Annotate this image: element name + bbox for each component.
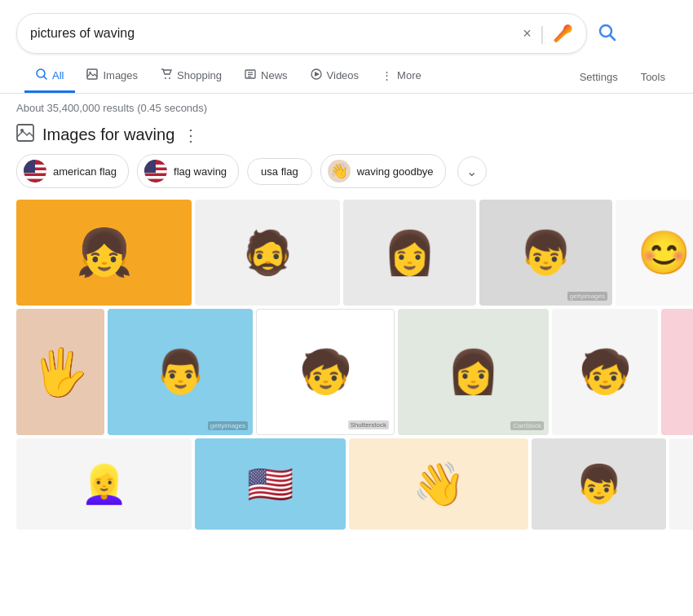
image-item-cartoon-emoji[interactable]: 😊 xyxy=(616,200,693,306)
chip-usa-flag-label: usa flag xyxy=(261,165,298,178)
svg-rect-24 xyxy=(144,176,167,179)
mic-icon[interactable]: 🎤 xyxy=(553,24,573,43)
image-placeholder-icon: 🇺🇸 xyxy=(247,462,294,506)
search-icon xyxy=(597,22,616,42)
image-item-boy-gray[interactable]: 👦 gettyimages xyxy=(479,200,612,306)
chips-dropdown-button[interactable]: ⌄ xyxy=(457,156,487,186)
chip-american-flag-label: american flag xyxy=(53,165,117,178)
chip-american-flag-img xyxy=(24,160,46,183)
image-item-group-cartoon[interactable]: 👨‍👩‍👧 xyxy=(661,309,693,435)
videos-tab-icon xyxy=(311,68,322,82)
image-chips: american flag flag waving usa flag 👋 wav… xyxy=(0,154,693,200)
chevron-down-icon: ⌄ xyxy=(466,164,477,179)
watermark: gettyimages xyxy=(567,292,607,301)
nav-right: Settings Tools xyxy=(568,63,677,91)
search-box: × | 🎤 xyxy=(16,13,587,54)
tools-link[interactable]: Tools xyxy=(629,63,677,91)
chip-american-flag[interactable]: american flag xyxy=(16,154,129,188)
svg-marker-13 xyxy=(315,72,320,77)
image-placeholder-icon: 🧔 xyxy=(241,228,294,278)
watermark-shutterstock: Shutterstock xyxy=(348,420,389,429)
image-placeholder-icon: 👋 xyxy=(413,460,466,509)
clear-icon[interactable]: × xyxy=(523,25,532,42)
tab-more[interactable]: ⋮ More xyxy=(370,61,433,92)
image-header-icon xyxy=(16,124,34,146)
svg-rect-19 xyxy=(24,176,46,179)
chip-flag-waving-label: flag waving xyxy=(174,165,227,178)
settings-link[interactable]: Settings xyxy=(568,63,629,91)
image-placeholder-icon: 🧒 xyxy=(299,347,352,397)
shopping-tab-icon xyxy=(161,68,172,82)
images-header: Images for waving ⋮ xyxy=(0,119,693,154)
image-grid-row-2: 🖐 👨 gettyimages 🧒 Shutterstock 👩 CanStoc… xyxy=(0,309,693,435)
tab-images[interactable]: Images xyxy=(75,60,149,93)
chip-flag-waving-img xyxy=(144,160,167,183)
image-item-woman-silhouette[interactable]: 🧍‍♀️ xyxy=(669,438,693,530)
svg-point-6 xyxy=(165,77,166,79)
svg-line-1 xyxy=(611,35,616,40)
tab-news-label: News xyxy=(261,69,288,81)
image-item-boy-backpack[interactable]: 🧒 xyxy=(552,309,658,435)
more-vert-icon[interactable]: ⋮ xyxy=(183,125,199,145)
image-item-cartoon-boy[interactable]: 🧒 Shutterstock xyxy=(256,309,395,435)
tab-news[interactable]: News xyxy=(233,60,299,93)
tab-videos-label: Videos xyxy=(327,69,360,81)
image-placeholder-icon: 🖐 xyxy=(32,345,89,399)
search-bar-area: × | 🎤 xyxy=(0,0,693,54)
divider: | xyxy=(540,22,545,45)
image-item-woman-green[interactable]: 👩 CanStock xyxy=(398,309,549,435)
svg-line-3 xyxy=(44,77,47,80)
tab-videos[interactable]: Videos xyxy=(299,60,371,93)
image-grid-row-1: 👧 🧔 👩 👦 gettyimages 😊 xyxy=(0,200,693,306)
image-placeholder-icon: 🧒 xyxy=(579,347,632,397)
image-placeholder-icon: 👦 xyxy=(576,462,622,506)
image-placeholder-icon: 👩 xyxy=(383,228,436,278)
image-item-flag-sky[interactable]: 🇺🇸 xyxy=(195,438,346,530)
image-grid-row-3: 👱‍♀️ 🇺🇸 👋 👦 🧍‍♀️ xyxy=(0,438,693,538)
tab-all[interactable]: All xyxy=(24,60,75,93)
image-item-woman-blue[interactable]: 👩 xyxy=(343,200,476,306)
search-input[interactable] xyxy=(30,26,523,41)
tab-shopping-label: Shopping xyxy=(177,69,222,81)
more-tab-icon: ⋮ xyxy=(382,69,392,81)
images-header-title: Images for waving xyxy=(42,125,174,144)
image-placeholder-icon: 👦 xyxy=(519,228,572,278)
all-tab-icon xyxy=(36,68,47,82)
search-icons: × | 🎤 xyxy=(523,22,573,45)
image-placeholder-icon: 👱‍♀️ xyxy=(81,462,127,506)
image-placeholder-icon: 👨 xyxy=(154,347,207,397)
image-item-kid-waving[interactable]: 👦 xyxy=(532,438,666,530)
tab-images-label: Images xyxy=(103,69,138,81)
chip-waving-goodbye[interactable]: 👋 waving goodbye xyxy=(320,154,446,188)
image-placeholder-icon: 😊 xyxy=(638,228,691,278)
svg-point-7 xyxy=(169,77,170,79)
results-info: About 35,400,000 results (0.45 seconds) xyxy=(0,94,693,119)
image-item-man-blue-shirt[interactable]: 👨 gettyimages xyxy=(108,309,253,435)
image-placeholder-icon: 👧 xyxy=(76,226,133,279)
image-item-man-white[interactable]: 🧔 xyxy=(195,200,340,306)
chip-flag-waving[interactable]: flag waving xyxy=(137,154,239,188)
tab-more-label: More xyxy=(397,69,422,81)
image-item-wave-emoji[interactable]: 👋 xyxy=(349,438,528,530)
images-tab-icon xyxy=(86,68,98,82)
watermark: CanStock xyxy=(510,421,544,430)
chip-waving-goodbye-img: 👋 xyxy=(328,160,351,183)
image-item-hand[interactable]: 🖐 xyxy=(16,309,104,435)
news-tab-icon xyxy=(245,68,256,82)
image-item-blonde-woman[interactable]: 👱‍♀️ xyxy=(16,438,192,530)
search-button[interactable] xyxy=(597,22,616,46)
svg-rect-4 xyxy=(87,69,97,79)
image-item-girl-yellow[interactable]: 👧 xyxy=(16,200,192,306)
nav-tabs: All Images Shopping News Videos ⋮ More S… xyxy=(0,54,693,94)
watermark: gettyimages xyxy=(208,421,248,430)
chip-waving-goodbye-label: waving goodbye xyxy=(357,165,434,178)
chip-usa-flag[interactable]: usa flag xyxy=(247,158,312,185)
image-placeholder-icon: 👩 xyxy=(447,347,500,397)
tab-all-label: All xyxy=(52,69,64,81)
tab-shopping[interactable]: Shopping xyxy=(149,60,233,93)
